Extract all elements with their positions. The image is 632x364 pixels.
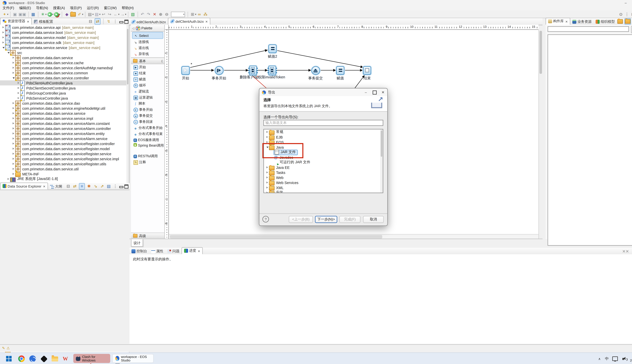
collapsed-twisty-icon[interactable] (266, 166, 269, 168)
tab-资源管理器[interactable]: 资源管理器✕ (0, 18, 32, 25)
menu-运行(R)[interactable]: 运行(R) (84, 6, 101, 10)
collapsed-twisty-icon[interactable] (12, 117, 15, 119)
collapsed-twisty-icon[interactable] (12, 158, 15, 160)
collapsed-twisty-icon[interactable] (266, 192, 269, 193)
start-button[interactable] (6, 353, 12, 364)
collapsed-twisty-icon[interactable] (266, 172, 269, 174)
collapsed-twisty-icon[interactable] (6, 178, 10, 180)
close-tab-icon[interactable]: ✕ (565, 20, 568, 23)
tree-item[interactable]: Web Services (264, 180, 383, 185)
tree-item[interactable]: 常规 (264, 130, 383, 134)
back-button[interactable]: <上一步(B) (289, 216, 313, 223)
wps-icon[interactable]: W (63, 353, 68, 364)
minimize-icon[interactable]: – (622, 0, 630, 6)
prev-edit-icon[interactable]: ↩ (101, 12, 106, 17)
tab-业务资源[interactable]: 业务资源 (570, 19, 594, 25)
collapsed-twisty-icon[interactable] (12, 168, 15, 170)
collapsed-twisty-icon[interactable] (12, 72, 15, 74)
help-button[interactable]: ? (262, 216, 269, 222)
import-icon[interactable]: ⇘ (93, 184, 98, 189)
collapsed-twisty-icon[interactable] (2, 42, 5, 44)
collapsed-twisty-icon[interactable] (12, 148, 15, 150)
menu-导航(N)[interactable]: 导航(N) (34, 6, 50, 10)
tree-item[interactable]: com.primeton.data.service.model[dam_serv… (0, 35, 129, 40)
collapsed-twisty-icon[interactable] (266, 186, 269, 188)
tree-item[interactable]: Java EE (264, 165, 383, 170)
collapsed-twisty-icon[interactable] (17, 97, 20, 99)
tree-item[interactable]: com.primeton.data.dam.service.controller (0, 75, 129, 80)
tree-item[interactable]: JRE 系统库 [JavaSE-1.8] (0, 176, 129, 182)
tree-item[interactable]: com.primeton.data.service.service[dam_se… (0, 45, 129, 50)
filter-color-icon[interactable]: ✱ (86, 184, 92, 189)
tree-item[interactable]: com.primeton.data.dam.service.service.im… (0, 116, 129, 121)
collapsed-twisty-icon[interactable] (266, 136, 269, 138)
collapsed-twisty-icon[interactable] (12, 122, 15, 124)
collapsed-twisty-icon[interactable] (12, 112, 15, 114)
menu-帮助(H)[interactable]: 帮助(H) (119, 6, 136, 10)
collapsed-twisty-icon[interactable] (266, 182, 269, 184)
tree-item[interactable]: PdsGroupController.java (0, 90, 129, 96)
palette-item-事务回滚[interactable]: «事务回滚 (131, 119, 164, 125)
palette-tool-连接线[interactable]: ↘连接线 (131, 39, 164, 45)
view-menu-icon[interactable]: ⋮ (624, 12, 630, 17)
tree-item[interactable]: PdsClientAuthController.java (0, 80, 129, 86)
palette-item-分布式事务开始[interactable]: ◈分布式事务开始 (131, 125, 164, 131)
view-menu-icon[interactable]: ⋮ (113, 184, 118, 189)
tab-构件库[interactable]: 构件库✕ (546, 18, 570, 25)
collapse-palette-icon[interactable]: ◁ (132, 26, 134, 30)
close-tab-icon[interactable]: ✕ (198, 249, 200, 252)
tree-item[interactable]: com.primeton.data.dam.service.engineNode… (0, 106, 129, 111)
collapsed-twisty-icon[interactable] (266, 141, 269, 143)
tree-item[interactable]: com.primeton.data.dam.service.serviceReg… (0, 151, 129, 156)
view-menu-icon[interactable]: ⋮ (630, 249, 632, 254)
zoom-level-combo[interactable]: ▾ (171, 12, 185, 17)
collapse-all-icon[interactable]: ⊟ (88, 19, 93, 24)
menu-搜索(A)[interactable]: 搜索(A) (50, 6, 67, 10)
tree-item[interactable]: EJB (264, 134, 383, 140)
filter-input[interactable]: 输入筛选文本 (264, 120, 383, 126)
perspective-new-icon[interactable]: ⊞ (630, 12, 632, 17)
node-start[interactable] (182, 66, 190, 74)
flow-folder-icon[interactable] (624, 18, 631, 25)
tab-大纲[interactable]: 大纲 (48, 184, 64, 190)
pin-icon[interactable]: ⟪ (161, 59, 163, 63)
collapsed-twisty-icon[interactable] (12, 153, 15, 155)
node-assign2[interactable] (268, 44, 276, 53)
tree-item[interactable]: com.primeton.data.dam.service.serviceReg… (0, 141, 129, 146)
collapsed-twisty-icon[interactable] (2, 31, 5, 33)
collapsed-twisty-icon[interactable] (12, 62, 15, 64)
palette-item-结束[interactable]: ■结束 (131, 70, 164, 76)
tree-item[interactable]: 安装 (264, 190, 383, 193)
window-nav-icon[interactable]: ▤ (94, 12, 99, 17)
palette-item-逻辑流[interactable]: ✳逻辑流 (131, 88, 164, 94)
tray-expand-icon[interactable]: ∧ (598, 353, 601, 364)
sash[interactable] (542, 18, 546, 239)
collapsed-twisty-icon[interactable] (17, 82, 20, 84)
collapsed-twisty-icon[interactable] (17, 92, 20, 94)
palette-item-EOS服务调用[interactable]: EEOS服务调用 (131, 137, 164, 143)
save-icon[interactable]: ▣ (12, 12, 18, 17)
minimize-view-icon[interactable] (119, 184, 123, 189)
layout-icon[interactable]: ⊞ (190, 12, 195, 17)
palette-item-RESTful调用[interactable]: RRESTful调用 (131, 153, 164, 159)
tab-控制台[interactable]: 控制台 (130, 248, 149, 254)
menu-编辑(E)[interactable]: 编辑(E) (17, 6, 34, 10)
delete-icon[interactable]: ✕ (152, 12, 157, 17)
collapsed-twisty-icon[interactable] (12, 163, 15, 165)
catalog-icon[interactable]: ▤ (106, 184, 111, 189)
tree-item[interactable]: com.primeton.data.dam.service.serviceReg… (0, 146, 129, 151)
tree-item[interactable]: com.primeton.data.dam.service.serviceReg… (0, 161, 129, 166)
tree-item[interactable]: com.primeton.data.dam.service.serviceAla… (0, 131, 129, 136)
undo-icon[interactable]: ↶ (140, 12, 145, 17)
collapsed-twisty-icon[interactable] (266, 131, 269, 133)
tree-item[interactable]: com.primeton.data.dam.service.serviceReg… (0, 156, 129, 161)
canvas-vscrollbar[interactable] (538, 30, 542, 239)
canvas-icon[interactable]: ▧ (130, 12, 135, 17)
save-all-icon[interactable]: ▣▣ (18, 12, 26, 17)
link-editor-icon[interactable]: ⇄ (94, 18, 100, 25)
tab-design[interactable]: 设计 (131, 239, 143, 247)
collapsed-twisty-icon[interactable] (12, 56, 15, 59)
collapsed-twisty-icon[interactable] (12, 107, 15, 109)
close-tab-icon[interactable]: ✕ (43, 184, 46, 188)
tree-item[interactable]: com.primeton.data.dam.service.util (0, 166, 129, 172)
